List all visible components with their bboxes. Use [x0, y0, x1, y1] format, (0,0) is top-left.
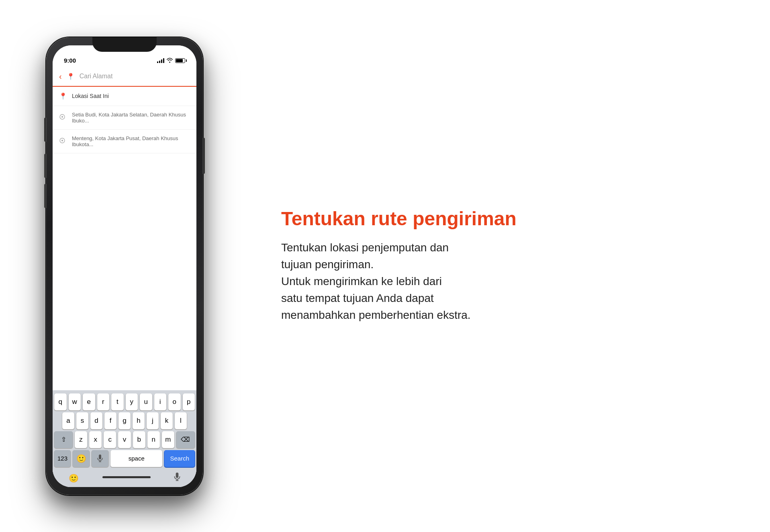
key-f[interactable]: f — [104, 412, 116, 429]
history-location-icon-1 — [59, 114, 67, 122]
key-a[interactable]: a — [62, 412, 74, 429]
svg-point-3 — [61, 140, 63, 141]
key-c[interactable]: c — [104, 431, 116, 448]
key-q[interactable]: q — [54, 393, 67, 410]
signal-icon — [157, 58, 164, 63]
key-e[interactable]: e — [83, 393, 95, 410]
current-location-label: Lokasi Saat Ini — [72, 93, 109, 99]
status-icons — [157, 58, 185, 64]
current-location-icon: 📍 — [59, 92, 67, 100]
battery-icon — [175, 58, 185, 63]
key-n[interactable]: n — [147, 431, 160, 448]
key-mic[interactable] — [92, 450, 108, 467]
keyboard-row-2: a s d f g h j k l — [53, 412, 196, 429]
history-location-item-2[interactable]: Menteng, Kota Jakarta Pusat, Daerah Khus… — [53, 130, 196, 153]
key-g[interactable]: g — [118, 412, 131, 429]
space-key[interactable]: space — [110, 450, 162, 467]
main-heading: Tentukan rute pengiriman — [281, 208, 738, 230]
status-time: 9:00 — [64, 57, 76, 64]
phone-notch — [92, 37, 157, 52]
history-location-text-2: Menteng, Kota Jakarta Pusat, Daerah Khus… — [72, 135, 190, 147]
key-m[interactable]: m — [162, 431, 174, 448]
phone-mockup-section: 9:00 — [0, 0, 249, 532]
key-i[interactable]: i — [154, 393, 167, 410]
app-content: ‹ 📍 Cari Alamat 📍 Lokasi Saat Ini — [53, 67, 196, 487]
keyboard-home-row: 🙂 — [53, 469, 196, 487]
key-v[interactable]: v — [118, 431, 131, 448]
key-p[interactable]: p — [183, 393, 195, 410]
right-content-section: Tentukan rute pengiriman Tentukan lokasi… — [249, 184, 770, 348]
mic-home-icon[interactable] — [174, 473, 180, 483]
home-indicator — [102, 476, 151, 478]
search-key[interactable]: Search — [164, 450, 195, 467]
key-z[interactable]: z — [75, 431, 87, 448]
backspace-key[interactable]: ⌫ — [176, 431, 195, 448]
key-x[interactable]: x — [89, 431, 102, 448]
history-location-icon-2 — [59, 137, 67, 145]
key-j[interactable]: j — [147, 412, 159, 429]
wifi-icon — [167, 58, 173, 64]
key-d[interactable]: d — [90, 412, 102, 429]
key-u[interactable]: u — [140, 393, 152, 410]
key-l[interactable]: l — [175, 412, 187, 429]
location-list: 📍 Lokasi Saat Ini Setia Budi, Kota Jakar… — [53, 87, 196, 153]
keyboard-bottom-row: 123 🙂 space — [53, 450, 196, 469]
key-emoji[interactable]: 🙂 — [73, 450, 90, 467]
body-description: Tentukan lokasi penjemputan dan tujuan p… — [281, 239, 738, 324]
shift-key[interactable]: ⇧ — [54, 431, 73, 448]
current-location-item[interactable]: 📍 Lokasi Saat Ini — [53, 87, 196, 106]
key-w[interactable]: w — [69, 393, 81, 410]
key-r[interactable]: r — [97, 393, 110, 410]
location-pin-icon: 📍 — [67, 73, 75, 80]
search-input[interactable]: Cari Alamat — [80, 73, 190, 80]
phone-frame: 9:00 — [46, 37, 203, 495]
svg-rect-4 — [99, 455, 101, 459]
phone-screen: 9:00 — [53, 45, 196, 487]
key-o[interactable]: o — [168, 393, 181, 410]
key-y[interactable]: y — [126, 393, 138, 410]
back-button[interactable]: ‹ — [59, 72, 62, 81]
keyboard-row-3: ⇧ z x c v b n m ⌫ — [53, 431, 196, 448]
key-k[interactable]: k — [161, 412, 173, 429]
key-h[interactable]: h — [133, 412, 145, 429]
search-header: ‹ 📍 Cari Alamat — [53, 67, 196, 87]
history-location-text-1: Setia Budi, Kota Jakarta Selatan, Daerah… — [72, 112, 190, 124]
svg-point-1 — [61, 116, 63, 118]
key-123[interactable]: 123 — [54, 450, 71, 467]
emoji-home-icon[interactable]: 🙂 — [69, 473, 79, 483]
keyboard-area: q w e r t y u i o p a — [53, 390, 196, 487]
history-location-item-1[interactable]: Setia Budi, Kota Jakarta Selatan, Daerah… — [53, 106, 196, 130]
key-s[interactable]: s — [76, 412, 88, 429]
key-t[interactable]: t — [111, 393, 124, 410]
svg-rect-7 — [176, 473, 179, 478]
key-b[interactable]: b — [133, 431, 145, 448]
keyboard-row-1: q w e r t y u i o p — [53, 390, 196, 410]
